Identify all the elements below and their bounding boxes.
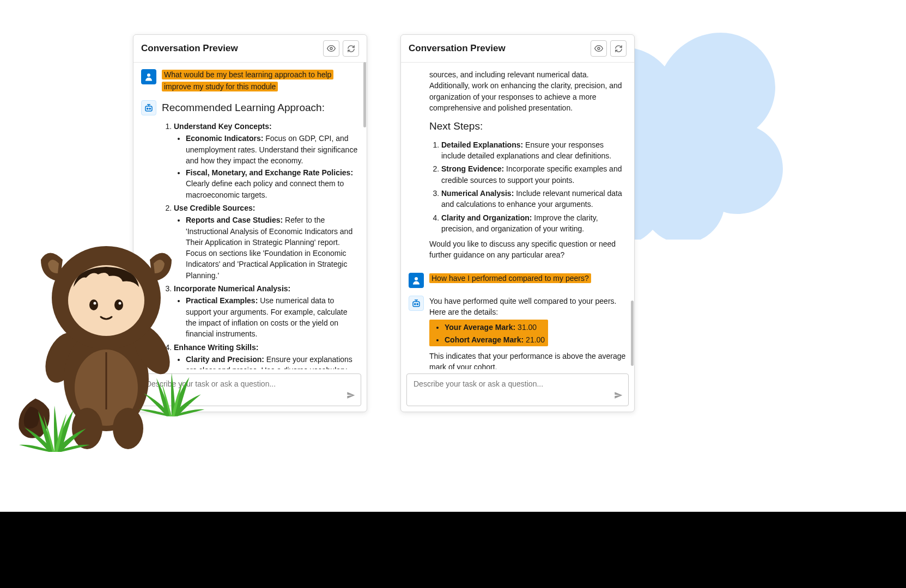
eye-icon xyxy=(327,44,336,53)
eye-icon xyxy=(594,44,603,53)
preview-button[interactable] xyxy=(591,40,607,57)
footer-strip xyxy=(0,512,906,588)
scrollbar[interactable] xyxy=(363,60,367,368)
svg-point-19 xyxy=(114,299,123,310)
continuation-text: sources, and including relevant numerica… xyxy=(429,69,627,113)
svg-point-3 xyxy=(147,108,148,109)
bot-icon xyxy=(411,298,421,308)
list-item: Numerical Analysis: Include relevant num… xyxy=(441,188,627,210)
user-question-text: What would be my best learning approach … xyxy=(162,70,333,91)
refresh-button[interactable] xyxy=(343,40,359,57)
refresh-button[interactable] xyxy=(610,40,627,57)
bot-icon xyxy=(144,103,154,113)
preview-button[interactable] xyxy=(323,40,339,57)
list-item: Understand Key Concepts: Economic Indica… xyxy=(174,121,359,200)
grass-tuft xyxy=(16,406,93,457)
scrollbar[interactable] xyxy=(630,60,634,368)
followup-text: Would you like to discuss any specific q… xyxy=(429,238,627,261)
send-icon xyxy=(346,391,355,400)
send-icon xyxy=(614,391,623,400)
refresh-icon xyxy=(347,45,355,53)
message-input[interactable]: Describe your task or ask a question... xyxy=(139,373,361,406)
send-button[interactable] xyxy=(346,391,355,401)
panel-title: Conversation Preview xyxy=(141,43,238,54)
user-avatar xyxy=(409,273,424,288)
svg-rect-2 xyxy=(145,106,152,111)
bot-heading: Recommended Learning Approach: xyxy=(162,100,359,115)
panel-title: Conversation Preview xyxy=(409,43,506,54)
performance-intro: You have performed quite well compared t… xyxy=(429,296,627,318)
panel-body: What would be my best learning approach … xyxy=(133,63,367,369)
svg-point-21 xyxy=(119,302,121,305)
panel-body: sources, and including relevant numerica… xyxy=(401,63,634,369)
user-icon xyxy=(411,275,421,285)
svg-point-14 xyxy=(72,408,102,449)
send-button[interactable] xyxy=(614,391,623,401)
svg-point-9 xyxy=(417,303,418,304)
svg-rect-7 xyxy=(413,302,419,307)
list-item: Incorporate Numerical Analysis: Practica… xyxy=(174,283,359,339)
svg-point-12 xyxy=(75,350,138,426)
message-input[interactable]: Describe your task or ask a question... xyxy=(406,373,629,406)
list-item: Strong Evidence: Incorporate specific ex… xyxy=(441,163,627,186)
next-steps-list: Detailed Explanations: Ensure your respo… xyxy=(429,139,627,234)
list-item: Detailed Explanations: Ensure your respo… xyxy=(441,139,627,162)
svg-point-10 xyxy=(39,328,87,388)
refresh-icon xyxy=(615,45,623,53)
list-item: Enhance Writing Skills: Clarity and Prec… xyxy=(174,342,359,369)
bot-avatar xyxy=(141,100,156,115)
panel-header: Conversation Preview xyxy=(133,35,367,63)
svg-point-5 xyxy=(598,47,600,50)
svg-point-18 xyxy=(89,299,98,310)
svg-point-0 xyxy=(330,47,332,50)
user-icon xyxy=(144,72,154,82)
list-item: Use Credible Sources: Reports and Case S… xyxy=(174,203,359,281)
bot-avatar xyxy=(409,296,424,311)
input-placeholder: Describe your task or ask a question... xyxy=(146,379,276,388)
svg-point-6 xyxy=(415,277,418,280)
user-message: How have I performed compared to my peer… xyxy=(429,273,627,288)
svg-point-1 xyxy=(147,74,150,77)
svg-point-15 xyxy=(113,408,143,449)
panel-header: Conversation Preview xyxy=(401,35,634,63)
input-placeholder: Describe your task or ask a question... xyxy=(414,379,543,388)
svg-point-20 xyxy=(94,302,96,305)
svg-point-4 xyxy=(149,108,150,109)
svg-point-8 xyxy=(415,303,416,304)
recommendation-list: Understand Key Concepts: Economic Indica… xyxy=(162,121,359,369)
conversation-panel-left: Conversation Preview What would be my be… xyxy=(133,34,367,412)
next-steps-heading: Next Steps: xyxy=(429,119,627,134)
user-message: What would be my best learning approach … xyxy=(162,69,359,93)
list-item: Clarity and Organization: Improve the cl… xyxy=(441,212,627,235)
performance-highlight: Your Average Mark: 31.00 Cohort Average … xyxy=(429,320,548,346)
conversation-panel-right: Conversation Preview sources, and includ… xyxy=(400,34,635,412)
user-question-text: How have I performed compared to my peer… xyxy=(429,273,591,283)
performance-summary: This indicates that your performance is … xyxy=(429,351,627,369)
user-avatar xyxy=(141,69,156,84)
